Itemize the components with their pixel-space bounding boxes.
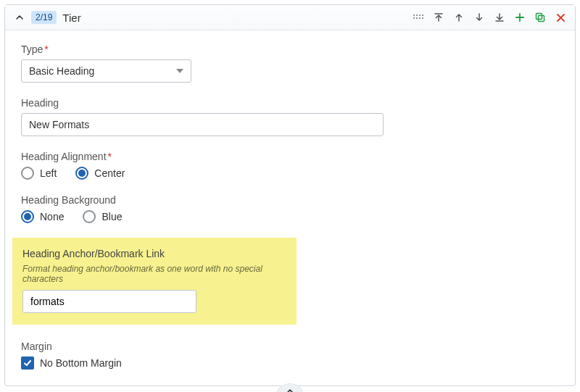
radio-checked-icon [21,210,34,223]
footer-collapse-button[interactable] [276,383,304,392]
type-select[interactable]: Basic Heading [21,59,191,83]
move-bottom-button[interactable] [494,12,505,23]
svg-point-6 [419,17,420,19]
alignment-field: Heading Alignment* Left Center [21,151,559,180]
arrow-up-icon [454,12,464,22]
svg-point-7 [422,17,423,19]
svg-point-0 [413,14,415,16]
chevron-up-icon [286,387,294,393]
panel-title: Tier [62,12,80,24]
svg-point-5 [416,17,418,19]
panel-header: 2/19 Tier [5,5,575,30]
background-none-radio[interactable]: None [21,210,64,223]
delete-button[interactable] [555,12,566,23]
arrow-top-icon [434,12,444,22]
alignment-left-radio[interactable]: Left [21,167,57,180]
type-field: Type* Basic Heading [21,43,559,83]
plus-icon [515,12,525,22]
anchor-highlight-block: Heading Anchor/Bookmark Link Format head… [12,238,297,325]
anchor-label: Heading Anchor/Bookmark Link [22,248,286,259]
background-blue-radio[interactable]: Blue [83,210,122,223]
collapse-toggle[interactable] [14,12,25,23]
background-options: None Blue [21,210,559,223]
tier-panel: 2/19 Tier [4,4,576,386]
type-label-text: Type [21,43,43,55]
required-mark: * [44,43,48,55]
svg-rect-9 [536,14,542,20]
heading-label: Heading [21,97,559,109]
add-button[interactable] [514,12,526,23]
drag-handle-icon[interactable] [413,12,424,23]
panel-body: Type* Basic Heading Heading Heading Alig… [5,30,575,385]
checkbox-checked-icon [21,356,34,370]
background-blue-label: Blue [102,211,122,222]
margin-label: Margin [21,341,559,352]
no-bottom-margin-label: No Bottom Margin [40,357,122,369]
background-label: Heading Background [21,194,559,206]
arrow-down-icon [474,12,484,22]
required-mark: * [108,151,112,162]
duplicate-button[interactable] [534,12,546,23]
svg-point-2 [419,14,420,16]
svg-point-3 [422,14,423,16]
radio-unchecked-icon [21,167,34,180]
move-down-button[interactable] [473,12,485,23]
heading-input[interactable] [21,113,384,136]
radio-checked-icon [75,167,88,180]
background-field: Heading Background None Blue [21,194,559,223]
background-none-label: None [40,211,64,222]
close-icon [556,13,566,22]
type-label: Type* [21,43,559,55]
svg-point-4 [413,17,415,19]
type-select-value: Basic Heading [29,65,94,77]
panel-header-left: 2/19 Tier [14,11,81,24]
arrow-bottom-icon [494,12,505,22]
alignment-center-radio[interactable]: Center [75,167,125,180]
footer-toggle-wrap [0,383,580,392]
alignment-left-label: Left [40,167,57,179]
copy-icon [535,12,545,22]
position-chip: 2/19 [31,11,57,24]
chevron-up-icon [15,13,24,22]
anchor-help-text: Format heading anchor/bookmark as one wo… [22,264,286,284]
alignment-label: Heading Alignment* [21,151,559,162]
heading-field: Heading [21,97,559,136]
svg-point-1 [416,14,418,16]
alignment-options: Left Center [21,167,559,180]
no-bottom-margin-checkbox[interactable]: No Bottom Margin [21,356,122,370]
radio-unchecked-icon [83,210,96,223]
move-top-button[interactable] [433,12,444,23]
svg-rect-8 [539,16,544,22]
panel-header-actions [413,12,566,23]
margin-field: Margin No Bottom Margin [21,341,559,370]
alignment-center-label: Center [94,167,125,179]
triangle-down-icon [176,69,183,73]
anchor-input[interactable] [22,290,196,313]
move-up-button[interactable] [453,12,465,23]
alignment-label-text: Heading Alignment [21,151,107,162]
